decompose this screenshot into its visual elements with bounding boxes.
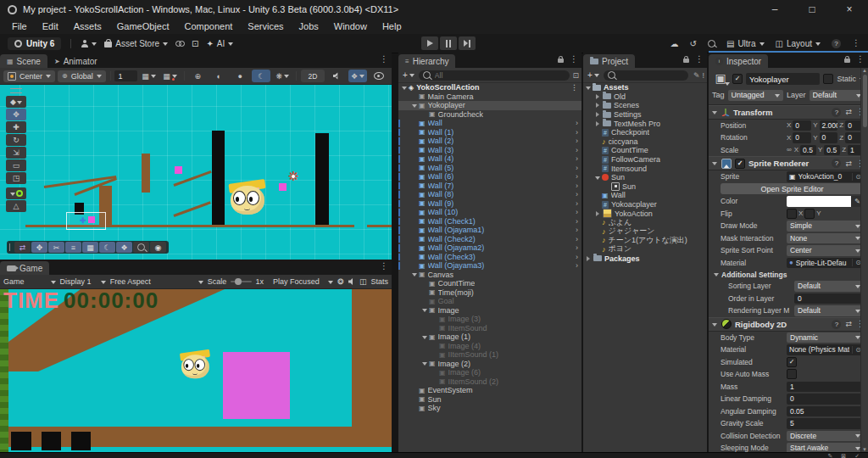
- multiplayer-button[interactable]: [175, 41, 184, 47]
- expand-arrow[interactable]: [712, 162, 717, 168]
- create-asset-button[interactable]: +: [586, 70, 601, 80]
- expand-arrow[interactable]: [712, 323, 717, 329]
- sorting-layer-dropdown[interactable]: Default: [794, 281, 864, 292]
- y-field[interactable]: 0: [820, 132, 838, 143]
- tab-animator[interactable]: ➤Animator: [47, 54, 104, 68]
- shading-mode-button[interactable]: ⊕: [188, 70, 207, 82]
- checkbox[interactable]: ✓: [787, 357, 797, 367]
- hierarchy-item-image-3[interactable]: ▣Image (3): [398, 315, 581, 324]
- move-tool[interactable]: ✚: [6, 121, 26, 133]
- 2d-toggle[interactable]: 2D: [301, 70, 325, 82]
- wall-pillar[interactable]: [212, 131, 225, 226]
- hierarchy-item-sky[interactable]: ▣Sky: [398, 404, 581, 413]
- pivot-dropdown[interactable]: Center: [3, 70, 55, 82]
- sliders-button[interactable]: ≡: [65, 242, 81, 253]
- rotate-tool[interactable]: ↻: [6, 134, 26, 146]
- ground-line[interactable]: [367, 225, 392, 227]
- component-header-rigidbody-2d[interactable]: Rigidbody 2D?⇄⋮: [709, 317, 868, 332]
- expand-arrow[interactable]: [596, 94, 602, 99]
- cloud-icon[interactable]: ☁: [670, 39, 679, 48]
- notifications-muted-icon[interactable]: ✎: [827, 453, 832, 458]
- overlay-grip[interactable]: [9, 243, 12, 251]
- tab-game[interactable]: Game: [0, 261, 49, 275]
- ai-button[interactable]: ✦AI: [206, 39, 233, 48]
- audio-mute-toggle[interactable]: [327, 70, 346, 82]
- fog-toggle[interactable]: ●: [231, 70, 249, 82]
- prefab-chevron-icon[interactable]: ›: [576, 208, 578, 216]
- prefab-chevron-icon[interactable]: ›: [576, 243, 578, 252]
- link-icon[interactable]: ∞: [787, 146, 792, 154]
- item-pickup[interactable]: [279, 183, 287, 191]
- color-field[interactable]: ✎: [787, 196, 864, 207]
- hierarchy-item-wall-ojayama2[interactable]: ▣Wall (Ojayama2)›: [398, 243, 581, 253]
- menu-assets[interactable]: Assets: [66, 21, 109, 31]
- pan-button[interactable]: ✥: [31, 242, 47, 253]
- prefab-chevron-icon[interactable]: ›: [576, 217, 578, 226]
- hierarchy-item-wall[interactable]: ▣Wall›: [398, 119, 581, 128]
- package-status-icon[interactable]: ⊠: [841, 453, 846, 458]
- hierarchy-item-canvas[interactable]: ▣Canvas: [398, 271, 581, 280]
- mass-field[interactable]: 1: [787, 382, 864, 393]
- angular-damping-field[interactable]: 0.05: [787, 406, 864, 417]
- active-checkbox[interactable]: ✓: [732, 74, 743, 84]
- hierarchy-item-wall-check1[interactable]: ▣Wall (Check1)›: [398, 217, 581, 226]
- y-field[interactable]: 2.000: [820, 120, 838, 131]
- ok-status-icon[interactable]: ✓: [854, 453, 860, 458]
- undo-history-icon[interactable]: ↺: [690, 39, 697, 48]
- project-item-followcamera[interactable]: #FollowCamera: [583, 155, 707, 165]
- project-item-checkpoint[interactable]: #Checkpoint: [583, 128, 707, 137]
- stats-button[interactable]: Stats: [370, 277, 388, 286]
- tab-inspector[interactable]: iInspector: [709, 54, 768, 68]
- material-object-field[interactable]: ●Sprite-Lit-Defau⊙: [787, 258, 864, 269]
- effects-dropdown[interactable]: ❋: [273, 70, 292, 82]
- scene-visibility-toggle[interactable]: [370, 70, 388, 82]
- step-button[interactable]: [459, 36, 476, 50]
- prefab-chevron-icon[interactable]: ›: [576, 190, 578, 198]
- hierarchy-item-wall-check3[interactable]: ▣Wall (Check3)›: [398, 253, 581, 262]
- snap-settings-dropdown[interactable]: ▦: [140, 70, 159, 82]
- project-item-wall[interactable]: ▣Wall: [583, 191, 707, 200]
- expand-arrow[interactable]: [596, 103, 602, 108]
- sun-enemy-sprite[interactable]: ❋: [287, 170, 299, 182]
- rect-tool[interactable]: ▭: [6, 159, 26, 171]
- kebab-menu-icon[interactable]: ⋮: [852, 39, 860, 47]
- project-item-assets[interactable]: Assets: [583, 83, 707, 92]
- create-object-button[interactable]: +: [401, 70, 416, 80]
- asset-store-button[interactable]: Asset Store: [104, 39, 168, 48]
- hierarchy-item-goal[interactable]: ▣Goal: [398, 297, 581, 306]
- rendering-layer-m-dropdown[interactable]: Default: [794, 305, 864, 316]
- layout-dropdown[interactable]: ◫Layout: [776, 39, 821, 48]
- item-pickup[interactable]: [88, 216, 95, 223]
- wall-pillar[interactable]: [315, 133, 329, 226]
- extra-tool[interactable]: △: [6, 200, 26, 212]
- hierarchy-item-image[interactable]: ▣Image: [398, 306, 581, 316]
- overlay-grip[interactable]: [10, 88, 22, 93]
- gizmos-icon[interactable]: ◫: [359, 277, 367, 286]
- project-item-yokoacplayer[interactable]: #Yokoacplayer: [583, 200, 707, 209]
- hand-tool[interactable]: ✥: [6, 109, 26, 120]
- subsection-additional-settings[interactable]: Additional Settings: [709, 269, 868, 280]
- hierarchy-item-wall-1[interactable]: ▣Wall (1)›: [398, 128, 581, 137]
- project-item-1[interactable]: ♪チーン1(アウトな演出): [583, 236, 707, 245]
- prefab-chevron-icon[interactable]: ›: [576, 261, 578, 270]
- unity-version-badge[interactable]: Unity 6: [8, 37, 61, 50]
- project-searchbox[interactable]: [604, 70, 688, 81]
- x-field[interactable]: 0.5: [800, 145, 816, 156]
- platform-ramp[interactable]: [173, 201, 210, 217]
- grid-size-field[interactable]: 1: [114, 70, 136, 81]
- project-item-sun[interactable]: Sun: [583, 182, 707, 192]
- skybox-toggle[interactable]: ☾: [252, 70, 270, 82]
- orientation-dropdown[interactable]: ⊕Global: [58, 70, 106, 82]
- hierarchy-item-image-2[interactable]: ▣Image (2): [398, 360, 581, 369]
- game-panel-menu-icon[interactable]: ⋮: [380, 262, 388, 271]
- checkbox[interactable]: [787, 209, 797, 219]
- camera-settings-button[interactable]: ◉: [150, 242, 166, 253]
- aspect-dropdown[interactable]: Free Aspect: [110, 277, 203, 286]
- prefab-chevron-icon[interactable]: ›: [576, 128, 578, 137]
- hierarchy-item-time-moji[interactable]: ▣Time(moji): [398, 288, 581, 298]
- expand-arrow[interactable]: [712, 111, 717, 117]
- lock-icon[interactable]: [558, 59, 564, 63]
- hierarchy-item-wall-8[interactable]: ▣Wall (8)›: [398, 190, 581, 199]
- search-filter-icon[interactable]: ⊡: [572, 71, 579, 80]
- body-type-dropdown[interactable]: Dynamic: [787, 332, 864, 344]
